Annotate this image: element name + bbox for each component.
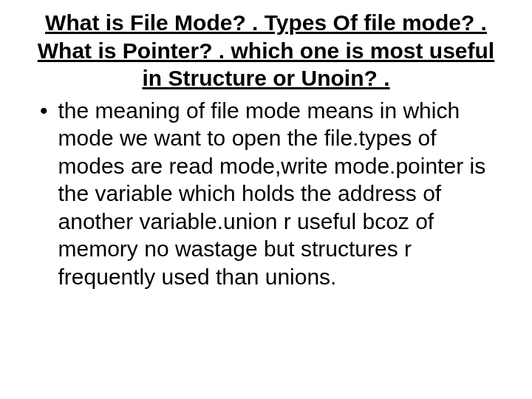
- bullet-body-text: the meaning of file mode means in which …: [58, 97, 495, 291]
- bullet-marker: •: [40, 97, 48, 125]
- slide-title: What is File Mode? . Types Of file mode?…: [37, 9, 495, 92]
- bullet-item: • the meaning of file mode means in whic…: [37, 97, 495, 291]
